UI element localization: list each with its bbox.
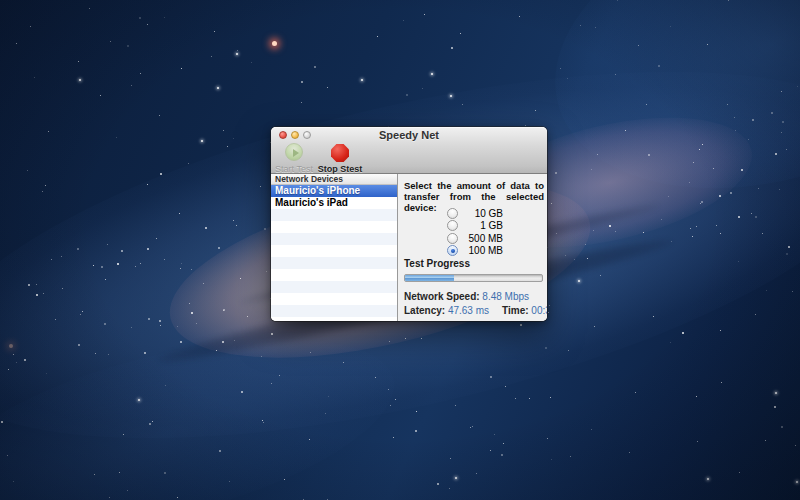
radio-option-500-mb[interactable]: 500 MB xyxy=(399,232,547,245)
star xyxy=(201,140,203,142)
radio-option-1-gb[interactable]: 1 GB xyxy=(399,220,547,233)
star xyxy=(144,352,146,354)
star xyxy=(179,213,180,214)
star xyxy=(36,294,38,296)
star xyxy=(501,454,503,456)
star xyxy=(795,445,796,446)
star xyxy=(42,191,43,192)
star xyxy=(593,230,594,231)
star xyxy=(140,73,141,74)
time-value: 00:37 xyxy=(531,305,547,316)
star xyxy=(781,132,782,133)
star xyxy=(792,291,793,292)
star xyxy=(309,439,310,440)
star xyxy=(263,422,264,423)
star xyxy=(786,149,787,150)
star xyxy=(721,382,722,383)
star xyxy=(585,244,586,245)
star xyxy=(781,426,783,428)
start-test-button[interactable]: Start Test xyxy=(271,142,317,174)
star xyxy=(696,396,697,397)
star xyxy=(560,68,561,69)
star xyxy=(223,310,224,311)
star xyxy=(164,17,165,18)
star xyxy=(16,362,17,363)
star xyxy=(93,265,94,266)
star xyxy=(247,316,248,317)
star xyxy=(1,421,3,423)
galaxy-haze xyxy=(521,0,800,235)
star xyxy=(388,389,389,390)
data-amount-radio-group: 10 GB1 GB500 MB100 MB xyxy=(399,207,547,257)
star xyxy=(189,303,190,304)
star xyxy=(77,248,79,250)
star xyxy=(403,20,404,21)
network-speed-value: 8.48 Mbps xyxy=(482,291,529,302)
star xyxy=(148,318,150,320)
star xyxy=(271,383,272,384)
star xyxy=(9,344,13,348)
star xyxy=(713,168,714,169)
star xyxy=(668,196,669,197)
star xyxy=(615,231,616,232)
time-label: Time: xyxy=(502,305,529,316)
star xyxy=(361,79,363,81)
start-test-label: Start Test xyxy=(271,164,317,174)
star xyxy=(547,438,548,439)
star xyxy=(55,319,56,320)
device-row[interactable]: Mauricio's iPhone xyxy=(271,185,397,197)
radio-label: 1 GB xyxy=(461,220,503,231)
star xyxy=(701,201,703,203)
star xyxy=(472,426,473,427)
star xyxy=(160,173,162,175)
device-row[interactable]: Mauricio's iPad xyxy=(271,197,397,209)
star xyxy=(131,327,132,328)
radio-option-100-mb[interactable]: 100 MB xyxy=(399,245,547,258)
star xyxy=(156,238,157,239)
star xyxy=(303,499,304,500)
radio-button[interactable] xyxy=(447,233,458,244)
star xyxy=(690,228,691,229)
radio-button[interactable] xyxy=(447,245,458,256)
progress-fill xyxy=(405,275,454,281)
star xyxy=(135,266,136,267)
star xyxy=(138,399,140,401)
stop-test-button[interactable]: Stop Stest xyxy=(317,142,363,174)
radio-button[interactable] xyxy=(447,208,458,219)
empty-list-row xyxy=(271,209,397,221)
star xyxy=(251,62,252,63)
star xyxy=(223,130,224,131)
window-titlebar[interactable]: Speedy Net xyxy=(271,127,547,142)
radio-button[interactable] xyxy=(447,220,458,231)
star xyxy=(707,44,708,45)
star xyxy=(24,359,26,361)
star xyxy=(7,455,8,456)
star xyxy=(191,269,192,270)
star xyxy=(327,499,328,500)
star xyxy=(139,17,141,19)
star xyxy=(30,26,31,27)
star xyxy=(149,423,151,425)
star xyxy=(314,66,316,68)
star xyxy=(34,77,35,78)
star xyxy=(503,443,504,444)
star xyxy=(327,87,328,88)
star xyxy=(600,275,601,276)
star xyxy=(728,0,729,1)
star xyxy=(393,437,394,438)
star xyxy=(127,45,129,47)
star xyxy=(229,481,230,482)
star xyxy=(451,47,453,49)
star xyxy=(774,406,776,408)
star xyxy=(765,440,766,441)
star xyxy=(390,405,391,406)
star xyxy=(48,131,49,132)
empty-list-row xyxy=(271,221,397,233)
network-speed-label: Network Speed: xyxy=(404,291,480,302)
radio-option-10-gb[interactable]: 10 GB xyxy=(399,207,547,220)
star xyxy=(682,332,684,334)
star xyxy=(431,73,433,75)
star xyxy=(535,110,536,111)
star xyxy=(222,341,224,343)
star xyxy=(697,441,698,442)
